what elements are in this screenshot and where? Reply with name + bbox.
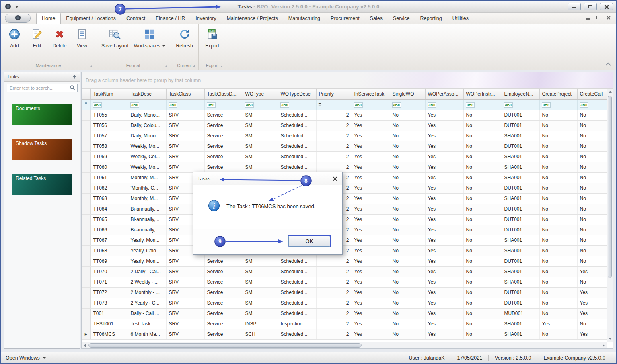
workspaces-button[interactable]: Workspaces <box>131 27 168 49</box>
table-row[interactable]: TT062 'Monthly, C... SRV Service SM Sche… <box>82 183 607 193</box>
menu-tab[interactable]: Service <box>388 13 415 24</box>
table-row[interactable]: TT060 Weekly, Mo... SRV Service SM Sched… <box>82 162 607 172</box>
filter-cell-priority[interactable]: = <box>316 99 352 110</box>
column-header[interactable]: WOTypeDesc <box>278 89 316 99</box>
open-windows-dropdown[interactable]: Open Windows <box>6 355 46 361</box>
filter-cell-taskdesc[interactable]: aBc <box>128 99 166 110</box>
mdi-minimize-icon[interactable] <box>586 16 590 20</box>
vertical-scroll-thumb[interactable] <box>608 96 612 278</box>
export-button[interactable]: XLSX Export <box>201 27 224 49</box>
horizontal-scroll-thumb[interactable] <box>88 343 362 348</box>
table-row[interactable]: TT069 Yearly, Mon... SRV Service SM Sche… <box>82 256 607 266</box>
table-row[interactable]: TT056 Daily, Colou... SRV Service SM Sch… <box>82 120 607 131</box>
column-header[interactable]: WOType <box>243 89 278 99</box>
filter-cell-singlewo[interactable]: aBc <box>390 99 425 110</box>
column-header[interactable]: Priority <box>316 89 352 99</box>
search-icon[interactable] <box>70 85 75 92</box>
filter-cell-createcall[interactable]: aBc <box>577 99 607 110</box>
close-button[interactable] <box>600 3 613 10</box>
scroll-right-icon[interactable] <box>601 342 607 348</box>
dialog-launcher-icon[interactable] <box>220 65 222 67</box>
column-header[interactable]: TaskClass <box>166 89 204 99</box>
dialog-launcher-icon[interactable] <box>165 65 167 67</box>
column-header[interactable]: CreateProject <box>539 89 577 99</box>
dialog-launcher-icon[interactable] <box>192 65 195 67</box>
delete-button[interactable]: Delete <box>48 27 71 49</box>
ok-button[interactable]: OK <box>288 236 330 247</box>
collapse-ribbon-icon[interactable] <box>605 62 611 67</box>
table-row[interactable]: TEST001 Test Task SRV Service INSP Inspe… <box>82 319 607 329</box>
mdi-close-icon[interactable] <box>607 16 611 20</box>
table-row[interactable]: ▶ TT06MCS 6 Month Ma... SRV Service SCH … <box>82 329 607 339</box>
table-row[interactable]: TT071 2 Weekly - ... SRV Service SM Sche… <box>82 277 607 287</box>
mdi-restore-icon[interactable] <box>596 16 600 19</box>
dialog-launcher-icon[interactable] <box>90 65 92 67</box>
menu-tab[interactable]: Reporting <box>415 13 447 24</box>
table-row[interactable]: TT057 Daily, Mono... SRV Service SM Sche… <box>82 131 607 141</box>
filter-cell-taskclassdesc[interactable]: aBc <box>204 99 243 110</box>
filter-cell-woperinstr[interactable]: aBc <box>463 99 502 110</box>
filter-cell-wotypedesc[interactable]: aBc <box>278 99 316 110</box>
table-row[interactable]: TT066 Bi-annually,... SRV Service SM Sch… <box>82 225 607 235</box>
add-button[interactable]: Add <box>3 27 26 49</box>
maximize-button[interactable] <box>584 3 597 10</box>
link-shadow-tasks[interactable]: Shadow Tasks <box>12 139 72 160</box>
pin-icon[interactable] <box>72 74 77 79</box>
filter-pin-icon[interactable] <box>82 99 90 110</box>
table-row[interactable]: TT064 Bi-annually,... SRV Service SM Sch… <box>82 204 607 214</box>
menu-tab[interactable]: Maintenance / Projects <box>222 13 283 24</box>
link-related-tasks[interactable]: Related Tasks <box>12 174 72 195</box>
column-header[interactable]: EmployeeN... <box>502 89 539 99</box>
refresh-button[interactable]: Refresh <box>173 27 196 49</box>
filter-cell-wotype[interactable]: aBc <box>243 99 278 110</box>
column-header[interactable]: WOPerInstr... <box>463 89 502 99</box>
menu-tab[interactable]: Contract <box>121 13 150 24</box>
horizontal-scrollbar[interactable] <box>82 342 607 348</box>
filter-cell-employee[interactable]: aBc <box>502 99 539 110</box>
menu-tab[interactable]: Sales <box>365 13 388 24</box>
filter-cell-tasknum[interactable]: aBc <box>90 99 128 110</box>
menu-tab[interactable]: Procurement <box>325 13 365 24</box>
table-row[interactable]: TT068 Yearly, Colo... SRV Service SM Sch… <box>82 245 607 256</box>
column-header[interactable]: SingleWO <box>390 89 425 99</box>
filter-cell-woperasso[interactable]: aBc <box>425 99 463 110</box>
menu-tab[interactable]: Equipment / Locations <box>61 13 121 24</box>
search-input[interactable] <box>7 86 70 90</box>
table-row[interactable]: T001 Daily - Call ... SRV Service SM Sch… <box>82 308 607 319</box>
filter-cell-createproject[interactable]: aBc <box>539 99 577 110</box>
table-row[interactable]: TT055 Daily, Mono... SRV Service SM Sche… <box>82 110 607 120</box>
scroll-up-icon[interactable] <box>607 89 613 95</box>
menu-tab[interactable]: Finance / HR <box>150 13 190 24</box>
table-row[interactable]: TT072 2 Monthly - ... SRV Service SM Sch… <box>82 287 607 298</box>
column-header[interactable]: InServiceTask <box>352 89 390 99</box>
menu-tab[interactable]: Inventory <box>190 13 221 24</box>
tab-home[interactable]: Home <box>36 13 61 24</box>
scroll-down-icon[interactable] <box>607 336 613 342</box>
dialog-close-icon[interactable] <box>332 176 338 182</box>
view-button[interactable]: View <box>71 27 93 49</box>
table-row[interactable]: TT063 Monthly, M... SRV Service SM Sched… <box>82 193 607 204</box>
minimize-button[interactable] <box>568 3 581 10</box>
filter-cell-taskclass[interactable]: aBc <box>166 99 204 110</box>
table-row[interactable]: TT061 Monthly, M... SRV Service SM Sched… <box>82 172 607 183</box>
edit-button[interactable]: Edit <box>26 27 48 49</box>
column-header[interactable]: TaskClassD... <box>204 89 243 99</box>
save-layout-button[interactable]: Save Layout <box>99 27 131 49</box>
filter-cell-inservicetask[interactable]: aBc <box>352 99 390 110</box>
table-row[interactable]: TT058 Weekly, Mo... SRV Service SM Sched… <box>82 141 607 151</box>
table-row[interactable]: TT070 2 Daily - Cal... SRV Service SM Sc… <box>82 266 607 277</box>
application-button[interactable] <box>5 14 31 23</box>
column-header[interactable]: WOPerAsso... <box>425 89 463 99</box>
scroll-left-icon[interactable] <box>82 342 88 348</box>
table-row[interactable]: TT067 Yearly, Mon... SRV Service SM Sche… <box>82 235 607 245</box>
column-header[interactable]: TaskNum <box>90 89 128 99</box>
column-header[interactable]: CreateCall <box>577 89 607 99</box>
table-row[interactable]: TT059 Weekly, Col... SRV Service SM Sche… <box>82 151 607 162</box>
workspaces-dropdown-icon[interactable] <box>162 45 165 47</box>
menu-tab[interactable]: Manufacturing <box>283 13 325 24</box>
vertical-scrollbar[interactable] <box>607 89 613 342</box>
table-row[interactable]: TT073 2 Yearly - C... SRV Service SM Sch… <box>82 298 607 308</box>
menu-tab[interactable]: Utilities <box>447 13 474 24</box>
column-header[interactable]: TaskDesc <box>128 89 166 99</box>
link-documents[interactable]: Documents <box>12 104 72 125</box>
